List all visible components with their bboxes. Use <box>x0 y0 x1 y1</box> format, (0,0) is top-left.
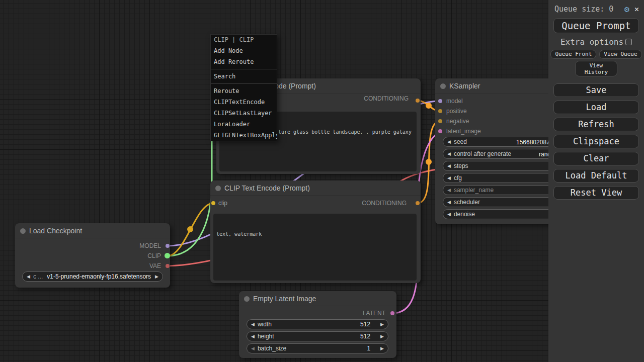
extra-options-row: Extra options <box>548 37 644 47</box>
widget-value: 1566802087 <box>516 138 550 147</box>
widget-seed[interactable]: ◀ seed 1566802087 <box>443 137 558 147</box>
input-port-latent-image[interactable] <box>438 129 442 133</box>
node-ksampler[interactable]: KSampler model positive negative latent_… <box>435 78 566 224</box>
queue-prompt-button[interactable]: Queue Prompt <box>553 18 639 33</box>
node-title-text: KSampler <box>449 82 480 90</box>
output-port-model[interactable] <box>166 244 170 248</box>
menu-item-add-node[interactable]: Add Node <box>211 45 277 56</box>
node-title-text: Load Checkpoint <box>29 227 82 235</box>
widget-control-after-generate[interactable]: ◀ control after generate randomize <box>443 149 558 159</box>
output-label-clip: CLIP <box>147 252 161 259</box>
widget-label: control after generate <box>454 150 511 157</box>
widget-label: c ... <box>33 273 43 280</box>
context-menu-title: CLIP | CLIP <box>211 35 277 45</box>
extra-options-label: Extra options <box>560 37 623 47</box>
input-port-clip[interactable] <box>211 201 215 205</box>
output-label-conditioning: CONDITIONING <box>362 200 407 207</box>
close-icon[interactable]: ✕ <box>634 5 639 14</box>
load-default-button[interactable]: Load Default <box>553 169 639 183</box>
input-port-positive[interactable] <box>438 109 442 113</box>
node-status-dot <box>20 228 26 234</box>
widget-label: steps <box>454 162 468 169</box>
decrement-icon[interactable]: ◀ <box>251 334 255 339</box>
menu-item-loraloader[interactable]: LoraLoader <box>211 119 277 130</box>
queue-size-label: Queue size: 0 <box>554 5 624 14</box>
node-title-text: CLIP Text Encode (Prompt) <box>224 184 310 192</box>
increment-icon[interactable]: ▶ <box>380 334 384 339</box>
decrement-icon[interactable]: ◀ <box>447 212 451 217</box>
decrement-icon[interactable]: ◀ <box>447 175 451 180</box>
node-status-dot <box>440 83 446 89</box>
widget-value: 512 <box>360 321 370 328</box>
output-port-conditioning[interactable] <box>416 201 420 205</box>
menu-item-cliptextencode[interactable]: CLIPTextEncode <box>211 97 277 108</box>
view-history-line2: History <box>576 69 617 75</box>
widget-label: cfg <box>454 174 462 182</box>
node-title[interactable]: Load Checkpoint <box>15 223 170 238</box>
menu-item-clipsetlastlayer[interactable]: CLIPSetLastLayer <box>211 108 277 119</box>
decrement-icon[interactable]: ◀ <box>447 200 451 205</box>
widget-value: v1-5-pruned-emaonly-fp16.safetensors <box>43 273 155 280</box>
node-title[interactable]: CLIP Text Encode (Prompt) <box>210 180 421 196</box>
clear-button[interactable]: Clear <box>553 152 639 165</box>
view-history-button[interactable]: View History <box>575 61 617 76</box>
queue-actions-row: Queue Front View Queue <box>548 50 644 59</box>
queue-front-button[interactable]: Queue Front <box>550 50 596 59</box>
node-title-text: Empty Latent Image <box>253 295 316 303</box>
menu-item-reroute[interactable]: Reroute <box>211 85 277 97</box>
decrement-icon[interactable]: ◀ <box>447 151 451 156</box>
node-title[interactable]: KSampler <box>435 78 566 94</box>
widget-scheduler[interactable]: ◀ scheduler <box>443 197 558 207</box>
widget-sampler-name[interactable]: ◀ sampler_name <box>443 185 558 195</box>
increment-icon[interactable]: ▶ <box>380 322 384 327</box>
decrement-icon[interactable]: ◀ <box>447 163 451 168</box>
menu-item-add-reroute[interactable]: Add Reroute <box>211 56 277 67</box>
next-icon[interactable]: ▶ <box>155 274 158 279</box>
widget-ckpt-name[interactable]: ◀ c ... v1-5-pruned-emaonly-fp16.safeten… <box>22 272 163 282</box>
menu-separator <box>211 69 277 69</box>
widget-label: height <box>258 333 360 340</box>
refresh-button[interactable]: Refresh <box>553 118 639 131</box>
menu-item-gligentextboxapply[interactable]: GLIGENTextBoxApply <box>211 130 277 141</box>
decrement-icon[interactable]: ◀ <box>447 139 451 144</box>
widget-denoise[interactable]: ◀ denoise <box>443 209 558 219</box>
widget-label: batch_size <box>258 345 367 352</box>
increment-icon[interactable]: ▶ <box>380 346 384 351</box>
widget-height[interactable]: ◀ height 512 ▶ <box>247 331 388 341</box>
extra-options-checkbox[interactable] <box>625 39 632 45</box>
decrement-icon[interactable]: ◀ <box>251 346 255 351</box>
input-port-model[interactable] <box>438 99 442 103</box>
reset-view-button[interactable]: Reset View <box>553 186 639 200</box>
node-status-dot <box>244 296 250 302</box>
output-label-conditioning: CONDITIONING <box>364 95 409 102</box>
widget-label: denoise <box>454 211 475 218</box>
output-port-latent[interactable] <box>390 311 394 315</box>
output-port-conditioning[interactable] <box>416 99 420 103</box>
input-label-latent-image: latent_image <box>446 128 481 135</box>
decrement-icon[interactable]: ◀ <box>447 188 451 193</box>
load-button[interactable]: Load <box>553 101 639 114</box>
node-title[interactable]: Empty Latent Image <box>239 291 396 306</box>
sidebar-menu: Queue size: 0 ⚙ ✕ Queue Prompt Extra opt… <box>548 0 644 362</box>
node-load-checkpoint[interactable]: Load Checkpoint MODEL CLIP VAE ◀ c ... v… <box>15 223 170 288</box>
widget-label: width <box>258 321 360 328</box>
output-port-vae[interactable] <box>166 264 170 268</box>
widget-cfg[interactable]: ◀ cfg <box>443 173 558 183</box>
menu-item-search[interactable]: Search <box>211 71 277 82</box>
node-empty-latent-image[interactable]: Empty Latent Image LATENT ◀ width 512 ▶ … <box>239 291 396 358</box>
save-button[interactable]: Save <box>553 83 639 97</box>
widget-width[interactable]: ◀ width 512 ▶ <box>247 319 388 329</box>
widget-steps[interactable]: ◀ steps <box>443 161 558 171</box>
previous-icon[interactable]: ◀ <box>27 274 30 279</box>
settings-gear-icon[interactable]: ⚙ <box>624 4 629 14</box>
prompt-text: ture glass bottle landscape, , purple ga… <box>278 129 414 136</box>
widget-batch-size[interactable]: ◀ batch_size 1 ▶ <box>247 343 388 353</box>
input-port-negative[interactable] <box>438 119 442 123</box>
clipspace-button[interactable]: Clipspace <box>553 135 639 148</box>
node-clip-text-encode-2[interactable]: CLIP Text Encode (Prompt) clip CONDITION… <box>210 180 421 283</box>
input-label-negative: negative <box>446 118 469 125</box>
decrement-icon[interactable]: ◀ <box>251 322 255 327</box>
prompt-textarea[interactable]: text, watermark <box>213 214 417 281</box>
output-port-clip[interactable] <box>165 253 170 258</box>
view-queue-button[interactable]: View Queue <box>599 50 641 59</box>
